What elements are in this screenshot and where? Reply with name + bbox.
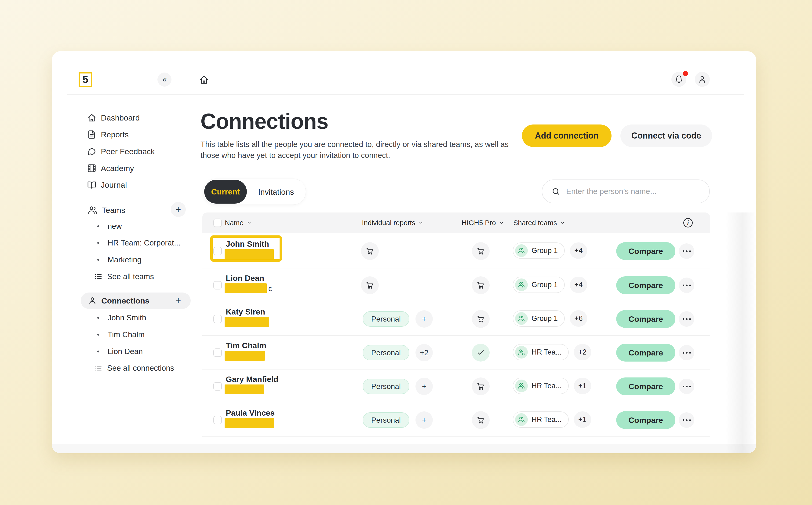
compare-button[interactable]: Compare [616, 310, 675, 328]
add-team-button[interactable]: + [171, 202, 186, 217]
column-header-name[interactable]: Name [225, 212, 252, 233]
row-menu-button[interactable] [679, 345, 694, 360]
cart-icon [476, 315, 485, 323]
connect-via-code-button[interactable]: Connect via code [620, 125, 712, 147]
tab-current[interactable]: Current [204, 180, 247, 204]
row-checkbox[interactable] [213, 281, 222, 290]
shared-teams-cell: HR Tea... +1 [513, 378, 591, 394]
bullet-icon [97, 334, 99, 336]
column-header-individual-reports[interactable]: Individual reports [362, 212, 423, 233]
row-checkbox[interactable] [213, 382, 222, 390]
row-checkbox[interactable] [213, 348, 222, 357]
compare-label: Compare [629, 415, 663, 425]
team-pill[interactable]: HR Tea... [513, 344, 569, 360]
sidebar-item-dashboard[interactable]: Dashboard [85, 110, 216, 125]
select-all-checkbox[interactable] [213, 218, 222, 227]
buy-report-button[interactable] [361, 242, 379, 260]
more-reports-badge[interactable]: +2 [415, 344, 433, 361]
page-description: This table lists all the people you are … [200, 139, 512, 161]
list-icon [94, 364, 102, 372]
row-checkbox[interactable] [213, 315, 222, 323]
add-connection-sidebar-button[interactable]: + [171, 293, 186, 308]
redacted-email [225, 384, 264, 394]
buy-pro-button[interactable] [472, 377, 489, 395]
more-teams-count: +4 [574, 246, 583, 255]
sidebar-collapse-button[interactable]: « [158, 72, 172, 87]
team-users-icon [515, 279, 528, 291]
row-checkbox[interactable] [213, 247, 222, 255]
cart-icon [366, 247, 374, 255]
team-pill[interactable]: HR Tea... [513, 411, 569, 428]
compare-button[interactable]: Compare [616, 242, 675, 260]
sidebar-item-academy[interactable]: Academy [85, 161, 216, 176]
sidebar-section-label: Teams [102, 206, 125, 215]
app-logo[interactable]: 5 [78, 72, 92, 87]
ellipsis-icon [683, 250, 684, 252]
sidebar-item-journal[interactable]: Journal [85, 177, 216, 192]
film-icon [87, 164, 96, 173]
personal-report-badge: Personal [363, 379, 409, 394]
sidebar-item-label: Reports [101, 130, 129, 139]
compare-button[interactable]: Compare [616, 344, 675, 362]
team-pill[interactable]: Group 1 [513, 277, 565, 293]
more-teams-badge[interactable]: +1 [574, 378, 591, 394]
more-teams-badge[interactable]: +1 [574, 411, 591, 428]
column-header-shared-teams[interactable]: Shared teams [513, 212, 565, 233]
compare-button[interactable]: Compare [616, 411, 675, 429]
buy-pro-button[interactable] [472, 242, 489, 260]
buy-report-button[interactable] [361, 276, 379, 294]
team-pill[interactable]: Group 1 [513, 242, 565, 259]
compare-label: Compare [629, 348, 663, 357]
row-menu-button[interactable] [679, 311, 694, 327]
more-teams-badge[interactable]: +4 [570, 277, 587, 293]
row-menu-button[interactable] [679, 379, 694, 394]
ellipsis-icon [683, 318, 684, 320]
team-name: Group 1 [532, 281, 558, 289]
compare-button[interactable]: Compare [616, 276, 675, 294]
add-connection-button[interactable]: Add connection [522, 125, 612, 147]
home-icon[interactable] [199, 75, 209, 85]
row-menu-button[interactable] [679, 243, 694, 259]
bullet-icon [97, 317, 99, 319]
team-name: HR Tea... [532, 415, 562, 424]
more-teams-badge[interactable]: +2 [574, 344, 591, 360]
compare-button[interactable]: Compare [616, 377, 675, 395]
sidebar-item-label: Peer Feedback [101, 147, 155, 156]
search-input[interactable] [566, 187, 692, 196]
row-checkbox[interactable] [213, 416, 222, 424]
buy-pro-button[interactable] [472, 276, 489, 294]
connection-item-label: Lion Dean [108, 347, 143, 356]
sidebar-item-peer-feedback[interactable]: Peer Feedback [85, 144, 216, 159]
chevrons-left-icon: « [162, 75, 167, 84]
sidebar-item-reports[interactable]: Reports [85, 127, 216, 142]
account-button[interactable] [695, 72, 710, 87]
connection-item-label: Tim Chalm [108, 330, 145, 339]
more-teams-count: +1 [578, 415, 587, 424]
column-header-high5-pro[interactable]: HIGH5 Pro [461, 212, 504, 233]
team-name: HR Tea... [532, 382, 562, 390]
buy-pro-button[interactable] [472, 411, 489, 429]
add-report-button[interactable]: + [415, 310, 433, 328]
more-teams-badge[interactable]: +4 [570, 242, 587, 259]
book-open-icon [87, 180, 96, 189]
add-report-button[interactable]: + [415, 411, 433, 429]
tab-invitations[interactable]: Invitations [247, 179, 305, 205]
bullet-icon [97, 351, 99, 352]
see-all-teams-label: See all teams [107, 272, 154, 281]
row-menu-button[interactable] [679, 412, 694, 428]
bullet-icon [97, 259, 99, 261]
more-teams-badge[interactable]: +6 [570, 310, 587, 327]
more-teams-count: +1 [578, 382, 587, 390]
info-icon[interactable]: i [683, 218, 693, 227]
redacted-email [225, 317, 269, 327]
connect-via-code-label: Connect via code [631, 131, 701, 141]
connection-name: Tim Chalm [226, 341, 266, 350]
team-pill[interactable]: HR Tea... [513, 378, 569, 394]
redacted-email [225, 418, 274, 428]
column-label: Name [225, 219, 243, 227]
team-pill[interactable]: Group 1 [513, 310, 565, 327]
buy-pro-button[interactable] [472, 310, 489, 328]
row-menu-button[interactable] [679, 278, 694, 293]
add-report-button[interactable]: + [415, 378, 433, 395]
connection-name: John Smith [226, 239, 269, 248]
